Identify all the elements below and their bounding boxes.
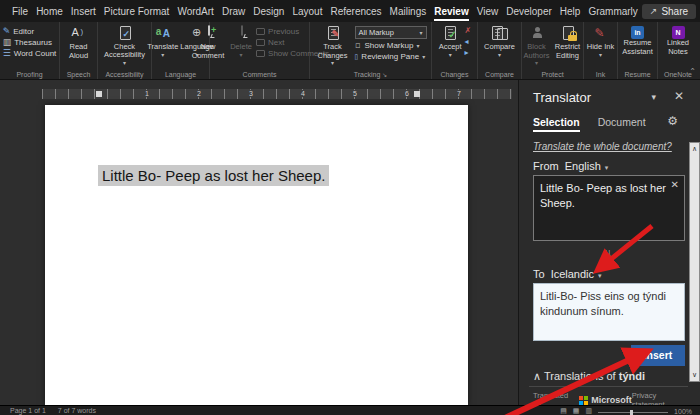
tracking-dialog-launcher-icon[interactable]: ↘: [382, 72, 387, 78]
tab-picture-format[interactable]: Picture Format: [100, 2, 174, 21]
tab-review[interactable]: Review: [430, 2, 472, 21]
pane-close-icon[interactable]: ✕: [674, 89, 684, 103]
chevron-down-icon: ▾: [419, 29, 422, 36]
tab-view[interactable]: View: [473, 2, 503, 21]
linked-notes-button[interactable]: N Linked Notes: [659, 25, 697, 68]
tab-help[interactable]: Help: [556, 2, 585, 21]
microsoft-logo-icon: [579, 396, 588, 405]
pane-options-chevron-icon[interactable]: ▾: [651, 92, 656, 102]
scroll-up-icon[interactable]: ∧: [690, 145, 699, 153]
share-button[interactable]: ↗ Share: [642, 4, 696, 19]
tab-wordart[interactable]: WordArt: [173, 2, 218, 21]
tab-selection[interactable]: Selection: [533, 116, 580, 132]
horizontal-ruler[interactable]: 1 2 3 4 5 6 7: [42, 89, 512, 99]
compare-button[interactable]: Compare ▾: [483, 25, 516, 68]
hide-ink-button[interactable]: ✎ Hide Ink ▾: [586, 25, 616, 68]
translated-text-box[interactable]: Litli-Bo- Piss eins og týndi kindunum sí…: [533, 283, 685, 341]
editor-button[interactable]: ✎ Editor: [3, 27, 34, 36]
right-indent-marker[interactable]: [414, 91, 420, 97]
tab-insert[interactable]: Insert: [67, 2, 100, 21]
restrict-editing-button[interactable]: Restrict Editing: [553, 25, 583, 61]
collapse-ribbon-icon[interactable]: ⌃: [689, 67, 696, 76]
chevron-down-icon[interactable]: ▾: [598, 272, 602, 279]
tab-home[interactable]: Home: [32, 2, 67, 21]
hide-ink-icon: ✎: [592, 26, 608, 41]
zoom-slider[interactable]: [598, 412, 668, 413]
reviewing-pane-icon: ▯: [355, 53, 359, 60]
markup-view-dropdown[interactable]: All Markup ▾: [355, 26, 427, 39]
ribbon-tab-bar: File Home Insert Picture Format WordArt …: [0, 0, 700, 22]
block-authors-button[interactable]: Block Authors ▾: [523, 25, 551, 68]
read-aloud-button[interactable]: A ) Read Aloud: [61, 25, 96, 68]
to-language-dropdown[interactable]: Icelandic: [551, 268, 594, 280]
tab-developer[interactable]: Developer: [502, 2, 556, 21]
track-changes-button[interactable]: ✎ Track Changes ▾: [315, 25, 351, 68]
tab-grammarly[interactable]: Grammarly: [584, 2, 641, 21]
tab-document[interactable]: Document: [598, 116, 646, 132]
word-count-icon: ☰: [3, 49, 11, 58]
ribbon-group-changes: ✓ Accept ▾ ✗ ◂ ▸ Changes: [432, 22, 478, 79]
chevron-down-icon[interactable]: ▾: [605, 164, 609, 171]
thesaurus-button[interactable]: ▥ Thesaurus: [3, 38, 52, 47]
next-change-icon[interactable]: ▸: [465, 49, 469, 57]
delete-comment-button[interactable]: Delete ▾: [229, 25, 253, 60]
pane-scrollbar[interactable]: ∧ ∨: [689, 142, 700, 382]
source-text-box[interactable]: Little Bo- Peep as lost her Sheep. ✕: [533, 175, 685, 241]
editor-icon: ✎: [3, 27, 11, 36]
gear-icon[interactable]: ⚙: [667, 114, 678, 128]
tab-draw[interactable]: Draw: [218, 2, 249, 21]
zoom-slider-knob[interactable]: [630, 410, 633, 415]
next-comment-button[interactable]: Next: [256, 38, 284, 47]
ribbon-group-proofing: ✎ Editor ▥ Thesaurus ☰ Word Count Proofi…: [0, 22, 60, 79]
check-accessibility-button[interactable]: ✓ Check Accessibility ▾: [99, 25, 150, 68]
selected-document-text[interactable]: Little Bo- Peep as lost her Sheep.: [98, 165, 329, 186]
clear-source-icon[interactable]: ✕: [671, 178, 679, 192]
page-indicator[interactable]: Page 1 of 1: [10, 407, 46, 414]
word-window: File Home Insert Picture Format WordArt …: [0, 0, 700, 415]
chevron-down-icon: ▾: [599, 52, 602, 59]
previous-change-icon[interactable]: ◂: [465, 38, 469, 46]
document-page[interactable]: Little Bo- Peep as lost her Sheep.: [45, 105, 468, 405]
chevron-down-icon: ▾: [416, 42, 419, 49]
delete-comment-icon: [233, 26, 249, 41]
accept-button[interactable]: ✓ Accept ▾: [438, 25, 463, 60]
read-aloud-icon: A ): [71, 26, 87, 41]
translate-button[interactable]: a A Translate ▾: [146, 25, 179, 60]
scroll-down-icon[interactable]: ∨: [690, 371, 699, 379]
translate-icon: a A: [155, 26, 171, 41]
zoom-level[interactable]: 100%: [674, 408, 692, 415]
tab-file[interactable]: File: [8, 2, 32, 21]
swap-languages-icon[interactable]: ↑↓: [603, 246, 610, 258]
review-ribbon: ✎ Editor ▥ Thesaurus ☰ Word Count Proofi…: [0, 22, 700, 80]
reviewing-pane-button[interactable]: ▯ Reviewing Pane ▾: [355, 52, 426, 61]
chevron-up-icon: ∧: [533, 370, 544, 382]
word-count-indicator[interactable]: 7 of 7 words: [58, 407, 96, 414]
chevron-down-icon: ▾: [123, 60, 126, 67]
tab-references[interactable]: References: [326, 2, 385, 21]
translations-expander[interactable]: ∧ Translations of týndi: [533, 370, 645, 383]
insert-button[interactable]: Insert: [631, 345, 685, 366]
chevron-down-icon: ▾: [240, 52, 243, 59]
web-layout-icon[interactable]: ▥: [585, 407, 592, 415]
restrict-editing-icon: [560, 26, 576, 41]
track-changes-icon: ✎: [325, 26, 341, 41]
previous-comment-button[interactable]: Previous: [256, 27, 299, 36]
window-actions: ↗ Share Comments: [642, 4, 700, 19]
tab-layout[interactable]: Layout: [288, 2, 326, 21]
status-bar: Page 1 of 1 7 of 7 words ▤ ▦ ▥ 100%: [0, 405, 700, 415]
tab-design[interactable]: Design: [249, 2, 288, 21]
pane-title: Translator: [533, 90, 591, 105]
block-authors-icon: [529, 26, 545, 41]
read-mode-icon[interactable]: ▤: [560, 407, 567, 415]
chevron-down-icon: ▾: [449, 52, 452, 59]
left-indent-marker[interactable]: [96, 91, 102, 97]
resume-assistant-button[interactable]: in Resume Assistant: [619, 25, 656, 68]
print-layout-icon[interactable]: ▦: [573, 407, 580, 415]
translate-whole-document-link[interactable]: Translate the whole document?: [533, 141, 672, 152]
word-count-button[interactable]: ☰ Word Count: [3, 49, 57, 58]
show-markup-button[interactable]: 🗌 Show Markup ▾: [355, 41, 420, 50]
from-language-dropdown[interactable]: English: [565, 160, 601, 172]
reject-change-icon[interactable]: ✗: [465, 27, 472, 35]
tab-mailings[interactable]: Mailings: [386, 2, 431, 21]
new-comment-button[interactable]: + New Comment: [190, 25, 226, 61]
